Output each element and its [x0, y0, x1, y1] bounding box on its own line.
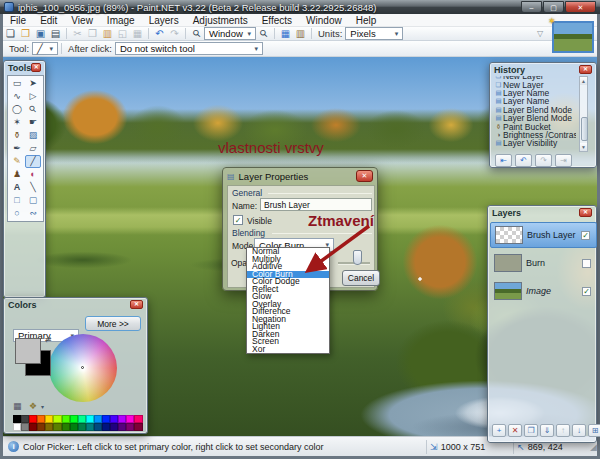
- palette-swatch[interactable]: [13, 423, 21, 431]
- open-icon[interactable]: ❐: [18, 27, 33, 40]
- tool-lasso-select[interactable]: ∿: [9, 90, 25, 103]
- layer-row-burn[interactable]: Burn: [490, 250, 597, 276]
- tool-rounded-rectangle[interactable]: ▢: [25, 194, 41, 207]
- visible-checkbox[interactable]: ✓: [233, 215, 243, 225]
- palette-swatch[interactable]: [134, 423, 142, 431]
- cancel-button[interactable]: Cancel: [342, 270, 380, 286]
- history-item[interactable]: ▤Layer Visibility: [494, 139, 576, 147]
- layers-close-icon[interactable]: ✕: [579, 208, 592, 217]
- merge-layer-down-icon[interactable]: ⇓: [540, 424, 554, 437]
- tool-freeform-shape[interactable]: ∾: [25, 207, 41, 220]
- blend-mode-option[interactable]: Xor: [247, 346, 329, 354]
- palette-swatch[interactable]: [62, 423, 70, 431]
- paste-icon[interactable]: ▥: [100, 27, 115, 40]
- palette-swatch[interactable]: [45, 423, 53, 431]
- after-click-select[interactable]: Do not switch tool: [115, 42, 263, 55]
- layer-row-image[interactable]: Image: [490, 278, 597, 304]
- palette-swatch[interactable]: [29, 423, 37, 431]
- more-button[interactable]: More >>: [85, 316, 141, 331]
- menu-view[interactable]: View: [64, 14, 100, 27]
- undo-icon[interactable]: ↶: [152, 27, 167, 40]
- tools-close-icon[interactable]: ✕: [31, 63, 41, 72]
- palette-swatch[interactable]: [62, 415, 70, 423]
- maximize-button[interactable]: ▢: [543, 1, 564, 13]
- layer-row-brush-layer[interactable]: Brush Layer: [490, 222, 597, 248]
- scroll-up-icon[interactable]: ▲: [580, 77, 587, 85]
- tool-color-picker[interactable]: ╱: [25, 155, 41, 168]
- tool-rectangle-select[interactable]: ▭: [9, 77, 25, 90]
- move-layer-down-icon[interactable]: ↓: [572, 424, 586, 437]
- menu-file[interactable]: File: [3, 14, 33, 27]
- crop-icon[interactable]: ◱: [115, 27, 130, 40]
- tool-ellipse[interactable]: ○: [9, 207, 25, 220]
- palette-swatch[interactable]: [70, 415, 78, 423]
- new-icon[interactable]: ❏: [3, 27, 18, 40]
- tool-recolor[interactable]: ◐: [25, 168, 41, 181]
- tool-line-curve[interactable]: ╲: [25, 181, 41, 194]
- tool-paint-bucket[interactable]: ⚱: [9, 129, 25, 142]
- palette-swatch[interactable]: [110, 415, 118, 423]
- palette-swatch[interactable]: [21, 415, 29, 423]
- close-button[interactable]: ✕: [565, 1, 596, 13]
- palette-swatch[interactable]: [21, 423, 29, 431]
- tool-select[interactable]: ╱: [32, 42, 58, 55]
- menu-window[interactable]: Window: [299, 14, 349, 27]
- tool-magic-wand[interactable]: ✶: [9, 116, 25, 129]
- palette-swatch[interactable]: [126, 423, 134, 431]
- menu-edit[interactable]: Edit: [33, 14, 64, 27]
- palette-swatch[interactable]: [86, 415, 94, 423]
- palette-swatch[interactable]: [86, 423, 94, 431]
- deselect-icon[interactable]: ▦: [130, 27, 145, 40]
- palette-swatch[interactable]: [45, 415, 53, 423]
- delete-layer-icon[interactable]: ✕: [508, 424, 522, 437]
- add-layer-icon[interactable]: +: [492, 424, 506, 437]
- history-rewind-icon[interactable]: ⇤: [495, 154, 512, 167]
- tool-move-selected-pixels[interactable]: ➤: [25, 77, 41, 90]
- tool-pencil[interactable]: ✎: [9, 155, 25, 168]
- zoom-mode-select[interactable]: Window: [204, 27, 256, 40]
- redo-icon[interactable]: ↷: [167, 27, 182, 40]
- primary-color-swatch[interactable]: [15, 338, 41, 364]
- units-select[interactable]: Pixels: [345, 27, 403, 40]
- palette-swatch[interactable]: [78, 415, 86, 423]
- history-undo-icon[interactable]: ↶: [515, 154, 532, 167]
- palette-swatch[interactable]: [13, 415, 21, 423]
- palette-swatch[interactable]: [126, 415, 134, 423]
- minimize-button[interactable]: –: [521, 1, 542, 13]
- tool-paintbrush[interactable]: ✒: [9, 142, 25, 155]
- layer-visible-checkbox[interactable]: [582, 287, 591, 296]
- scrollbar-thumb[interactable]: [581, 117, 588, 141]
- dialog-close-icon[interactable]: ✕: [356, 170, 373, 182]
- palette-swatch[interactable]: [78, 423, 86, 431]
- palette-swatch[interactable]: [110, 423, 118, 431]
- tool-text[interactable]: A: [9, 181, 25, 194]
- tool-eraser[interactable]: ▱: [25, 142, 41, 155]
- palette-swatch[interactable]: [102, 423, 110, 431]
- palette-swatch[interactable]: [118, 415, 126, 423]
- history-scrollbar[interactable]: ▲ ▼: [579, 76, 588, 152]
- image-list-chevron-icon[interactable]: ▽: [537, 29, 543, 38]
- layer-visible-checkbox[interactable]: [581, 231, 590, 240]
- tool-gradient[interactable]: ▨: [25, 129, 41, 142]
- palette-swatch[interactable]: [118, 423, 126, 431]
- palette-swatch[interactable]: [53, 423, 61, 431]
- tool-rectangle[interactable]: □: [9, 194, 25, 207]
- palette-menu-icon[interactable]: ❖: [29, 401, 37, 411]
- ruler-icon[interactable]: ▥: [293, 27, 308, 40]
- history-redo-icon[interactable]: ↷: [535, 154, 552, 167]
- layer-visible-checkbox[interactable]: [582, 259, 591, 268]
- colors-close-icon[interactable]: ✕: [130, 300, 143, 309]
- tool-clone-stamp[interactable]: ♟: [9, 168, 25, 181]
- transparency-icon[interactable]: ▦: [13, 401, 22, 411]
- palette-swatch[interactable]: [29, 415, 37, 423]
- opacity-slider-thumb[interactable]: [353, 250, 362, 265]
- copy-icon[interactable]: ❐: [85, 27, 100, 40]
- palette-swatch[interactable]: [134, 415, 142, 423]
- menu-help[interactable]: Help: [349, 14, 384, 27]
- palette-swatch[interactable]: [102, 415, 110, 423]
- open-image-thumbnail[interactable]: [552, 21, 594, 53]
- palette-swatch[interactable]: [37, 423, 45, 431]
- palette-swatch[interactable]: [37, 415, 45, 423]
- palette-swatch[interactable]: [94, 423, 102, 431]
- layer-properties-icon[interactable]: ⊞: [588, 424, 600, 437]
